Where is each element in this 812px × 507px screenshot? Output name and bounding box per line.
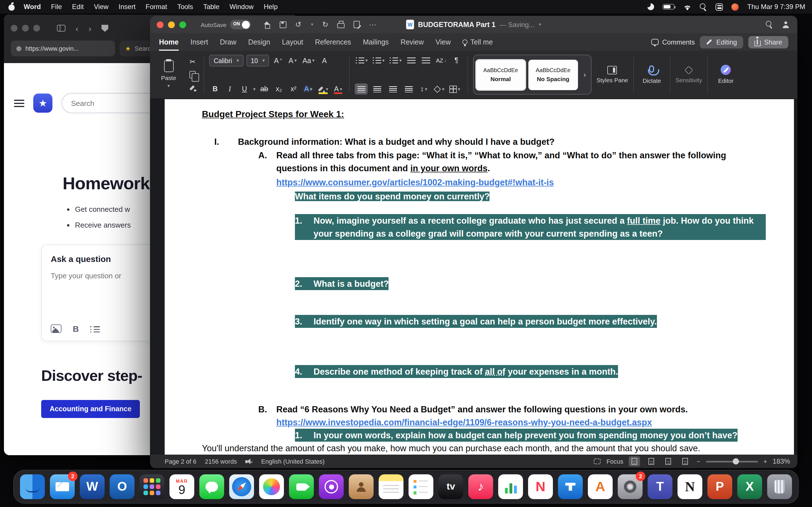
align-center-button[interactable] bbox=[370, 83, 384, 95]
language-indicator[interactable]: English (United States) bbox=[261, 458, 324, 465]
menu-file[interactable]: File bbox=[46, 3, 67, 11]
dock-outlook[interactable]: O bbox=[110, 474, 135, 499]
font-color-button[interactable]: A▾ bbox=[332, 83, 344, 95]
list-format-icon[interactable] bbox=[90, 325, 100, 332]
dock-contacts[interactable] bbox=[349, 474, 373, 499]
underline-chevron-icon[interactable]: ▾ bbox=[253, 87, 255, 92]
comments-button[interactable]: Comments bbox=[652, 38, 695, 46]
dock-facetime[interactable] bbox=[289, 474, 314, 499]
menu-format[interactable]: Format bbox=[141, 3, 172, 11]
zoom-out-button[interactable]: − bbox=[697, 458, 700, 465]
tab-draw[interactable]: Draw bbox=[220, 33, 236, 51]
justify-button[interactable] bbox=[402, 83, 415, 95]
editing-mode-button[interactable]: Editing bbox=[700, 36, 743, 48]
dock-calendar[interactable]: MAR9 bbox=[169, 474, 194, 499]
tab-review[interactable]: Review bbox=[401, 33, 424, 51]
spotlight-icon[interactable] bbox=[700, 3, 707, 10]
more-toolbar-button[interactable]: ··· bbox=[369, 21, 376, 28]
word-count[interactable]: 2156 words bbox=[205, 458, 237, 465]
paste-button[interactable]: Paste ▾ bbox=[156, 55, 182, 95]
dock-mail[interactable]: 2 bbox=[50, 474, 75, 499]
dock-pages[interactable]: A bbox=[588, 474, 613, 499]
undo-chevron-icon[interactable]: ▾ bbox=[311, 22, 313, 27]
zoom-slider-thumb[interactable] bbox=[733, 458, 739, 464]
word-window[interactable]: AutoSave ON ↺ ▾ ↻ ··· W BUDGETORAMA Part… bbox=[150, 16, 797, 468]
focus-icon[interactable] bbox=[594, 459, 601, 464]
multilevel-list-button[interactable]: ▾ bbox=[389, 55, 403, 66]
align-left-button[interactable] bbox=[355, 83, 368, 95]
dock-reminders[interactable] bbox=[409, 474, 434, 499]
draft-view-button[interactable] bbox=[680, 456, 691, 466]
dock-word[interactable]: W bbox=[80, 474, 105, 499]
site-logo[interactable]: ★ bbox=[33, 94, 52, 113]
close-button[interactable] bbox=[157, 21, 163, 28]
outline-view-button[interactable] bbox=[663, 456, 674, 466]
change-case-button[interactable]: Aa▾ bbox=[301, 55, 316, 66]
zoom-slider[interactable] bbox=[706, 460, 758, 462]
dock-teams[interactable]: T bbox=[648, 474, 672, 499]
dock-safari[interactable] bbox=[229, 474, 254, 499]
font-name-select[interactable]: Calibri ▾ bbox=[209, 55, 243, 66]
tab-layout[interactable]: Layout bbox=[282, 33, 303, 51]
bullet-list-button[interactable]: ▾ bbox=[355, 55, 369, 66]
consumer-gov-link[interactable]: https://www.consumer.gov/articles/1002-m… bbox=[276, 177, 554, 187]
tab-view[interactable]: View bbox=[436, 33, 451, 51]
control-center-icon[interactable] bbox=[716, 3, 723, 10]
bold-button[interactable]: B bbox=[209, 83, 221, 95]
sensitivity-button[interactable]: Sensitivity bbox=[675, 55, 702, 95]
sort-button[interactable]: AZ↓ bbox=[435, 55, 448, 66]
dock-excel[interactable]: X bbox=[737, 474, 762, 499]
menu-help[interactable]: Help bbox=[259, 3, 283, 11]
dock-keynote[interactable] bbox=[558, 474, 583, 499]
page-indicator[interactable]: Page 2 of 6 bbox=[165, 458, 197, 465]
redo-button[interactable]: ↻ bbox=[322, 21, 328, 28]
dock-messages[interactable] bbox=[199, 474, 224, 499]
style-normal[interactable]: AaBbCcDdEe Normal bbox=[476, 59, 525, 90]
print-button[interactable] bbox=[338, 23, 345, 28]
print-layout-view-button[interactable] bbox=[629, 456, 640, 466]
dock-news[interactable]: N bbox=[528, 474, 553, 499]
subscript-button[interactable]: x₂ bbox=[273, 83, 285, 95]
font-size-select[interactable]: 10 ▾ bbox=[246, 55, 269, 66]
dock-photos[interactable] bbox=[259, 474, 284, 499]
zoom-level[interactable]: 183% bbox=[773, 457, 790, 465]
menu-clock[interactable]: Thu Mar 9 7:39 PM bbox=[748, 3, 805, 11]
italic-button[interactable]: I bbox=[224, 83, 236, 95]
browser-minimize-button[interactable] bbox=[22, 25, 29, 32]
forward-button[interactable]: › bbox=[89, 24, 91, 33]
menu-insert[interactable]: Insert bbox=[114, 3, 141, 11]
focus-mode-icon[interactable] bbox=[648, 3, 654, 10]
clear-formatting-button[interactable]: A bbox=[318, 55, 330, 66]
dock-notion[interactable]: N bbox=[677, 474, 702, 499]
text-effects-button[interactable]: A▾ bbox=[302, 83, 314, 95]
undo-button[interactable]: ↺ bbox=[295, 21, 301, 28]
dock-launchpad[interactable] bbox=[140, 474, 164, 499]
numbered-list-button[interactable]: ▾ bbox=[371, 55, 386, 66]
decrease-indent-button[interactable] bbox=[405, 55, 417, 66]
grow-font-button[interactable]: A^ bbox=[272, 55, 284, 66]
zoom-in-button[interactable]: + bbox=[763, 458, 767, 465]
styles-gallery-more-button[interactable]: › bbox=[581, 70, 589, 79]
save-icon[interactable] bbox=[280, 21, 286, 28]
align-right-button[interactable] bbox=[386, 83, 399, 95]
browser-close-button[interactable] bbox=[11, 25, 17, 32]
copy-button[interactable] bbox=[187, 69, 199, 80]
show-paragraph-marks-button[interactable]: ¶ bbox=[451, 55, 462, 66]
menu-edit[interactable]: Edit bbox=[67, 3, 89, 11]
dock-trash[interactable] bbox=[767, 474, 792, 499]
dock-settings[interactable]: 2 bbox=[618, 474, 643, 499]
line-spacing-button[interactable]: ↕▾ bbox=[418, 83, 430, 95]
editor-button[interactable]: Editor bbox=[713, 55, 739, 95]
accounting-finance-button[interactable]: Accounting and Finance bbox=[41, 400, 140, 418]
web-layout-view-button[interactable] bbox=[646, 456, 657, 466]
menu-view[interactable]: View bbox=[89, 3, 114, 11]
shrink-font-button[interactable]: A▾ bbox=[287, 55, 299, 66]
shading-button[interactable]: ▾ bbox=[433, 83, 446, 95]
tab-home[interactable]: Home bbox=[159, 33, 179, 51]
privacy-shield-icon[interactable] bbox=[101, 24, 108, 32]
dock-tv[interactable]: tv bbox=[439, 474, 463, 499]
search-icon[interactable] bbox=[766, 21, 773, 28]
minimize-button[interactable] bbox=[168, 21, 175, 28]
focus-label[interactable]: Focus bbox=[606, 458, 623, 465]
document-title[interactable]: BUDGETORAMA Part 1 bbox=[418, 20, 495, 29]
